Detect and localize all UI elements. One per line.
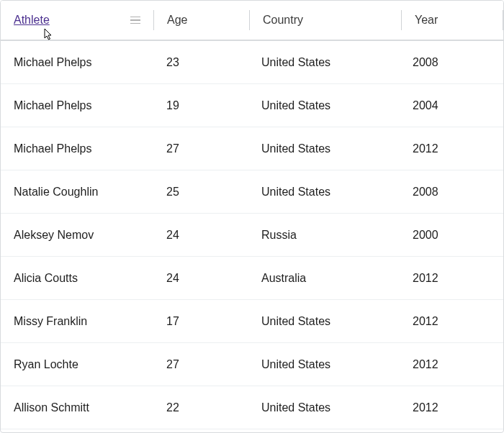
cell-age[interactable]: 27 xyxy=(153,127,248,170)
cell-country[interactable]: United States xyxy=(248,170,400,213)
cell-year[interactable]: 2012 xyxy=(400,300,500,342)
cell-country[interactable]: Russia xyxy=(248,214,400,256)
cell-year[interactable]: 2000 xyxy=(400,214,500,256)
column-header-athlete[interactable]: Athlete xyxy=(1,1,153,40)
cell-age[interactable]: 23 xyxy=(153,41,248,83)
table-row[interactable]: Michael Phelps19United States2004 xyxy=(1,84,503,127)
grid-body: Michael Phelps23United States2008Michael… xyxy=(1,41,503,429)
cell-year[interactable]: 2008 xyxy=(400,41,500,83)
cell-athlete[interactable]: Michael Phelps xyxy=(1,41,153,83)
cell-age[interactable]: 24 xyxy=(153,214,248,256)
data-grid[interactable]: AthleteAgeCountryYear Michael Phelps23Un… xyxy=(0,0,504,433)
table-row[interactable]: Aleksey Nemov24Russia2000 xyxy=(1,214,503,257)
table-row[interactable]: Michael Phelps27United States2012 xyxy=(1,127,503,170)
cell-athlete[interactable]: Missy Franklin xyxy=(1,300,153,342)
cell-country[interactable]: United States xyxy=(248,41,400,83)
hamburger-menu-icon[interactable] xyxy=(130,17,140,24)
table-row[interactable]: Michael Phelps23United States2008 xyxy=(1,41,503,84)
column-resize-handle[interactable] xyxy=(503,10,503,30)
column-header-label: Age xyxy=(167,14,187,27)
table-row[interactable]: Ryan Lochte27United States2012 xyxy=(1,343,503,386)
cell-age[interactable]: 17 xyxy=(153,300,248,342)
cell-year[interactable]: 2004 xyxy=(400,84,500,127)
cell-athlete[interactable]: Natalie Coughlin xyxy=(1,170,153,213)
cell-age[interactable]: 25 xyxy=(153,170,248,213)
cell-age[interactable]: 22 xyxy=(153,386,248,429)
cell-age[interactable]: 19 xyxy=(153,84,248,127)
cell-country[interactable]: United States xyxy=(248,127,400,170)
header-row: AthleteAgeCountryYear xyxy=(1,1,503,41)
cell-country[interactable]: United States xyxy=(248,300,400,342)
cell-country[interactable]: United States xyxy=(248,386,400,429)
cell-year[interactable]: 2012 xyxy=(400,386,500,429)
cell-country[interactable]: United States xyxy=(248,343,400,386)
table-row[interactable]: Allison Schmitt22United States2012 xyxy=(1,386,503,429)
cell-athlete[interactable]: Ryan Lochte xyxy=(1,343,153,386)
cell-age[interactable]: 24 xyxy=(153,257,248,299)
column-header-country[interactable]: Country xyxy=(250,1,401,40)
cell-athlete[interactable]: Alicia Coutts xyxy=(1,257,153,299)
cell-year[interactable]: 2012 xyxy=(400,257,500,299)
column-header-age[interactable]: Age xyxy=(154,1,249,40)
cell-athlete[interactable]: Allison Schmitt xyxy=(1,386,153,429)
column-header-label: Athlete xyxy=(14,14,50,27)
column-header-label: Country xyxy=(263,14,303,27)
cell-country[interactable]: United States xyxy=(248,84,400,127)
cell-year[interactable]: 2012 xyxy=(400,343,500,386)
cell-athlete[interactable]: Michael Phelps xyxy=(1,84,153,127)
table-row[interactable]: Natalie Coughlin25United States2008 xyxy=(1,170,503,214)
cell-year[interactable]: 2012 xyxy=(400,127,500,170)
cell-athlete[interactable]: Michael Phelps xyxy=(1,127,153,170)
cell-athlete[interactable]: Aleksey Nemov xyxy=(1,214,153,256)
table-row[interactable]: Missy Franklin17United States2012 xyxy=(1,300,503,343)
column-header-label: Year xyxy=(415,14,438,27)
cell-country[interactable]: Australia xyxy=(248,257,400,299)
cell-year[interactable]: 2008 xyxy=(400,170,500,213)
table-row[interactable]: Alicia Coutts24Australia2012 xyxy=(1,257,503,300)
column-header-year[interactable]: Year xyxy=(402,1,503,40)
cell-age[interactable]: 27 xyxy=(153,343,248,386)
